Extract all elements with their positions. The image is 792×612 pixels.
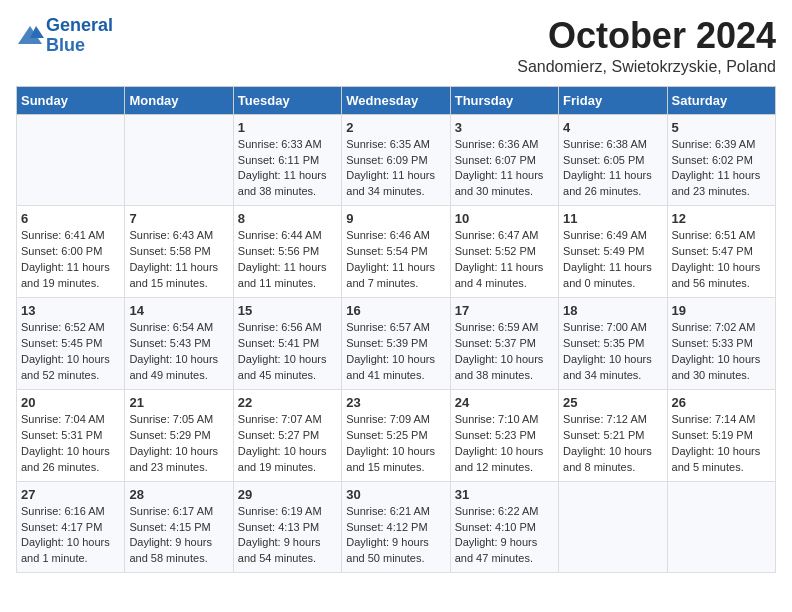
calendar-cell: 5Sunrise: 6:39 AM Sunset: 6:02 PM Daylig… <box>667 114 775 206</box>
day-info: Sunrise: 6:16 AM Sunset: 4:17 PM Dayligh… <box>21 504 120 568</box>
day-number: 21 <box>129 395 228 410</box>
day-number: 14 <box>129 303 228 318</box>
day-info: Sunrise: 7:12 AM Sunset: 5:21 PM Dayligh… <box>563 412 662 476</box>
day-number: 28 <box>129 487 228 502</box>
calendar-cell: 31Sunrise: 6:22 AM Sunset: 4:10 PM Dayli… <box>450 481 558 573</box>
calendar-cell: 20Sunrise: 7:04 AM Sunset: 5:31 PM Dayli… <box>17 389 125 481</box>
day-info: Sunrise: 6:44 AM Sunset: 5:56 PM Dayligh… <box>238 228 337 292</box>
calendar-week-row: 27Sunrise: 6:16 AM Sunset: 4:17 PM Dayli… <box>17 481 776 573</box>
day-number: 25 <box>563 395 662 410</box>
calendar-cell: 3Sunrise: 6:36 AM Sunset: 6:07 PM Daylig… <box>450 114 558 206</box>
calendar-cell: 10Sunrise: 6:47 AM Sunset: 5:52 PM Dayli… <box>450 206 558 298</box>
calendar-cell <box>17 114 125 206</box>
day-number: 19 <box>672 303 771 318</box>
day-number: 11 <box>563 211 662 226</box>
day-number: 20 <box>21 395 120 410</box>
day-of-week-header: Monday <box>125 86 233 114</box>
calendar-body: 1Sunrise: 6:33 AM Sunset: 6:11 PM Daylig… <box>17 114 776 573</box>
calendar-cell: 21Sunrise: 7:05 AM Sunset: 5:29 PM Dayli… <box>125 389 233 481</box>
day-info: Sunrise: 7:09 AM Sunset: 5:25 PM Dayligh… <box>346 412 445 476</box>
day-info: Sunrise: 6:46 AM Sunset: 5:54 PM Dayligh… <box>346 228 445 292</box>
day-info: Sunrise: 6:19 AM Sunset: 4:13 PM Dayligh… <box>238 504 337 568</box>
calendar-cell: 27Sunrise: 6:16 AM Sunset: 4:17 PM Dayli… <box>17 481 125 573</box>
day-info: Sunrise: 6:38 AM Sunset: 6:05 PM Dayligh… <box>563 137 662 201</box>
calendar-cell <box>667 481 775 573</box>
day-number: 8 <box>238 211 337 226</box>
day-of-week-header: Sunday <box>17 86 125 114</box>
day-number: 5 <box>672 120 771 135</box>
day-of-week-header: Tuesday <box>233 86 341 114</box>
calendar-week-row: 20Sunrise: 7:04 AM Sunset: 5:31 PM Dayli… <box>17 389 776 481</box>
calendar-cell: 13Sunrise: 6:52 AM Sunset: 5:45 PM Dayli… <box>17 298 125 390</box>
day-number: 4 <box>563 120 662 135</box>
day-info: Sunrise: 6:36 AM Sunset: 6:07 PM Dayligh… <box>455 137 554 201</box>
day-info: Sunrise: 6:47 AM Sunset: 5:52 PM Dayligh… <box>455 228 554 292</box>
calendar-cell: 28Sunrise: 6:17 AM Sunset: 4:15 PM Dayli… <box>125 481 233 573</box>
calendar-cell: 9Sunrise: 6:46 AM Sunset: 5:54 PM Daylig… <box>342 206 450 298</box>
day-number: 30 <box>346 487 445 502</box>
calendar-week-row: 13Sunrise: 6:52 AM Sunset: 5:45 PM Dayli… <box>17 298 776 390</box>
calendar-week-row: 1Sunrise: 6:33 AM Sunset: 6:11 PM Daylig… <box>17 114 776 206</box>
calendar-cell: 17Sunrise: 6:59 AM Sunset: 5:37 PM Dayli… <box>450 298 558 390</box>
calendar-cell: 11Sunrise: 6:49 AM Sunset: 5:49 PM Dayli… <box>559 206 667 298</box>
logo-icon <box>16 22 44 50</box>
day-info: Sunrise: 7:14 AM Sunset: 5:19 PM Dayligh… <box>672 412 771 476</box>
calendar-cell <box>125 114 233 206</box>
calendar-cell <box>559 481 667 573</box>
logo-blue: Blue <box>46 35 85 55</box>
location-title: Sandomierz, Swietokrzyskie, Poland <box>517 58 776 76</box>
calendar-cell: 4Sunrise: 6:38 AM Sunset: 6:05 PM Daylig… <box>559 114 667 206</box>
calendar-cell: 23Sunrise: 7:09 AM Sunset: 5:25 PM Dayli… <box>342 389 450 481</box>
logo-general: General <box>46 15 113 35</box>
day-number: 18 <box>563 303 662 318</box>
day-info: Sunrise: 6:41 AM Sunset: 6:00 PM Dayligh… <box>21 228 120 292</box>
day-info: Sunrise: 6:33 AM Sunset: 6:11 PM Dayligh… <box>238 137 337 201</box>
day-info: Sunrise: 7:00 AM Sunset: 5:35 PM Dayligh… <box>563 320 662 384</box>
day-info: Sunrise: 6:49 AM Sunset: 5:49 PM Dayligh… <box>563 228 662 292</box>
day-info: Sunrise: 6:54 AM Sunset: 5:43 PM Dayligh… <box>129 320 228 384</box>
calendar-cell: 14Sunrise: 6:54 AM Sunset: 5:43 PM Dayli… <box>125 298 233 390</box>
calendar-cell: 22Sunrise: 7:07 AM Sunset: 5:27 PM Dayli… <box>233 389 341 481</box>
day-number: 2 <box>346 120 445 135</box>
logo: General Blue <box>16 16 113 56</box>
day-info: Sunrise: 7:05 AM Sunset: 5:29 PM Dayligh… <box>129 412 228 476</box>
day-of-week-header: Wednesday <box>342 86 450 114</box>
day-info: Sunrise: 7:07 AM Sunset: 5:27 PM Dayligh… <box>238 412 337 476</box>
day-number: 26 <box>672 395 771 410</box>
day-number: 29 <box>238 487 337 502</box>
calendar-cell: 24Sunrise: 7:10 AM Sunset: 5:23 PM Dayli… <box>450 389 558 481</box>
day-number: 23 <box>346 395 445 410</box>
month-title: October 2024 <box>517 16 776 56</box>
day-number: 10 <box>455 211 554 226</box>
day-number: 17 <box>455 303 554 318</box>
day-info: Sunrise: 7:04 AM Sunset: 5:31 PM Dayligh… <box>21 412 120 476</box>
day-info: Sunrise: 7:02 AM Sunset: 5:33 PM Dayligh… <box>672 320 771 384</box>
day-number: 22 <box>238 395 337 410</box>
calendar-cell: 2Sunrise: 6:35 AM Sunset: 6:09 PM Daylig… <box>342 114 450 206</box>
day-of-week-header: Thursday <box>450 86 558 114</box>
day-info: Sunrise: 6:57 AM Sunset: 5:39 PM Dayligh… <box>346 320 445 384</box>
day-info: Sunrise: 6:35 AM Sunset: 6:09 PM Dayligh… <box>346 137 445 201</box>
day-number: 6 <box>21 211 120 226</box>
calendar-cell: 19Sunrise: 7:02 AM Sunset: 5:33 PM Dayli… <box>667 298 775 390</box>
calendar-cell: 7Sunrise: 6:43 AM Sunset: 5:58 PM Daylig… <box>125 206 233 298</box>
day-info: Sunrise: 6:43 AM Sunset: 5:58 PM Dayligh… <box>129 228 228 292</box>
day-info: Sunrise: 6:21 AM Sunset: 4:12 PM Dayligh… <box>346 504 445 568</box>
day-number: 16 <box>346 303 445 318</box>
page-header: General Blue October 2024 Sandomierz, Sw… <box>16 16 776 76</box>
day-info: Sunrise: 6:56 AM Sunset: 5:41 PM Dayligh… <box>238 320 337 384</box>
day-info: Sunrise: 6:59 AM Sunset: 5:37 PM Dayligh… <box>455 320 554 384</box>
calendar-cell: 18Sunrise: 7:00 AM Sunset: 5:35 PM Dayli… <box>559 298 667 390</box>
day-number: 9 <box>346 211 445 226</box>
day-of-week-row: SundayMondayTuesdayWednesdayThursdayFrid… <box>17 86 776 114</box>
calendar-cell: 30Sunrise: 6:21 AM Sunset: 4:12 PM Dayli… <box>342 481 450 573</box>
day-number: 1 <box>238 120 337 135</box>
day-number: 7 <box>129 211 228 226</box>
day-info: Sunrise: 6:22 AM Sunset: 4:10 PM Dayligh… <box>455 504 554 568</box>
title-block: October 2024 Sandomierz, Swietokrzyskie,… <box>517 16 776 76</box>
day-number: 12 <box>672 211 771 226</box>
day-info: Sunrise: 7:10 AM Sunset: 5:23 PM Dayligh… <box>455 412 554 476</box>
day-number: 3 <box>455 120 554 135</box>
day-number: 31 <box>455 487 554 502</box>
calendar-cell: 16Sunrise: 6:57 AM Sunset: 5:39 PM Dayli… <box>342 298 450 390</box>
